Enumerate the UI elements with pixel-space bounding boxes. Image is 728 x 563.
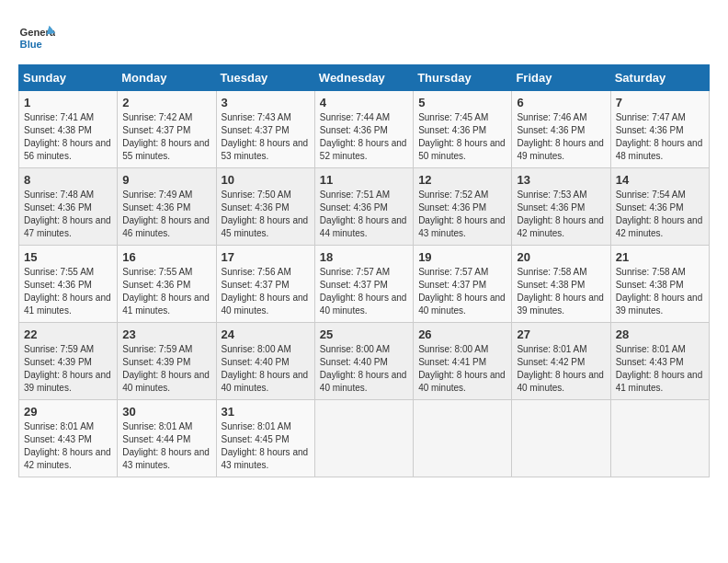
weekday-header: Friday [512,65,610,91]
sunrise-info: Sunrise: 7:59 AM [24,344,94,354]
day-number: 23 [122,327,210,341]
calendar-cell: 21 Sunrise: 7:58 AM Sunset: 4:38 PM Dayl… [610,246,709,323]
day-number: 16 [122,250,210,264]
daylight-info: Daylight: 8 hours and 40 minutes. [418,293,506,316]
sunrise-info: Sunrise: 8:00 AM [222,344,291,354]
sunrise-info: Sunrise: 7:57 AM [418,267,488,277]
daylight-info: Daylight: 8 hours and 40 minutes. [222,370,309,393]
sunrise-info: Sunrise: 7:49 AM [122,190,192,200]
sunrise-info: Sunrise: 7:43 AM [222,112,291,122]
sunrise-info: Sunrise: 8:01 AM [517,344,586,354]
day-number: 22 [24,327,112,341]
day-number: 1 [24,96,112,109]
calendar-cell: 16 Sunrise: 7:55 AM Sunset: 4:36 PM Dayl… [118,246,216,323]
calendar-cell [610,400,709,477]
sunrise-info: Sunrise: 7:59 AM [122,344,192,354]
sunset-info: Sunset: 4:36 PM [222,202,290,213]
sunrise-info: Sunrise: 7:56 AM [222,267,291,277]
sunset-info: Sunset: 4:37 PM [222,280,290,290]
sunrise-info: Sunrise: 7:41 AM [24,112,94,122]
day-number: 25 [320,327,408,341]
day-number: 8 [24,173,112,187]
sunrise-info: Sunrise: 7:53 AM [517,190,586,200]
daylight-info: Daylight: 8 hours and 39 minutes. [616,293,703,316]
sunrise-info: Sunrise: 7:42 AM [122,112,192,122]
calendar-week-row: 1 Sunrise: 7:41 AM Sunset: 4:38 PM Dayli… [19,91,710,168]
sunset-info: Sunset: 4:41 PM [418,357,486,367]
day-number: 6 [517,96,605,109]
calendar-cell: 29 Sunrise: 8:01 AM Sunset: 4:43 PM Dayl… [19,400,118,477]
day-number: 3 [222,96,310,109]
sunset-info: Sunset: 4:36 PM [616,125,684,135]
daylight-info: Daylight: 8 hours and 55 minutes. [122,138,210,161]
calendar-cell: 12 Sunrise: 7:52 AM Sunset: 4:36 PM Dayl… [414,168,512,246]
day-number: 31 [222,405,310,419]
calendar-week-row: 15 Sunrise: 7:55 AM Sunset: 4:36 PM Dayl… [19,246,710,323]
daylight-info: Daylight: 8 hours and 40 minutes. [517,370,604,393]
daylight-info: Daylight: 8 hours and 40 minutes. [122,370,210,393]
day-number: 18 [320,250,408,264]
calendar-cell: 24 Sunrise: 8:00 AM Sunset: 4:40 PM Dayl… [216,323,314,400]
sunset-info: Sunset: 4:36 PM [320,202,388,213]
day-number: 29 [24,405,112,419]
calendar-cell: 17 Sunrise: 7:56 AM Sunset: 4:37 PM Dayl… [216,246,314,323]
sunrise-info: Sunrise: 7:45 AM [418,112,488,122]
sunset-info: Sunset: 4:37 PM [222,125,290,135]
day-number: 21 [616,250,704,264]
daylight-info: Daylight: 8 hours and 40 minutes. [320,370,407,393]
calendar-cell: 9 Sunrise: 7:49 AM Sunset: 4:36 PM Dayli… [118,168,216,246]
day-number: 9 [122,173,210,187]
weekday-header: Sunday [19,65,118,91]
calendar-cell: 10 Sunrise: 7:50 AM Sunset: 4:36 PM Dayl… [216,168,314,246]
day-number: 24 [222,327,310,341]
weekday-header: Tuesday [216,65,314,91]
sunrise-info: Sunrise: 8:00 AM [320,344,390,354]
sunset-info: Sunset: 4:42 PM [517,357,585,367]
daylight-info: Daylight: 8 hours and 45 minutes. [222,215,309,238]
calendar-week-row: 29 Sunrise: 8:01 AM Sunset: 4:43 PM Dayl… [19,400,710,477]
daylight-info: Daylight: 8 hours and 46 minutes. [122,215,210,238]
weekday-header: Monday [118,65,216,91]
day-number: 28 [616,327,704,341]
sunset-info: Sunset: 4:36 PM [122,280,190,290]
calendar-cell: 22 Sunrise: 7:59 AM Sunset: 4:39 PM Dayl… [19,323,118,400]
sunset-info: Sunset: 4:36 PM [320,125,388,135]
daylight-info: Daylight: 8 hours and 52 minutes. [320,138,407,161]
day-number: 26 [418,327,506,341]
daylight-info: Daylight: 8 hours and 49 minutes. [517,138,604,161]
weekday-header: Wednesday [314,65,413,91]
calendar-cell: 8 Sunrise: 7:48 AM Sunset: 4:36 PM Dayli… [19,168,118,246]
sunset-info: Sunset: 4:39 PM [122,357,190,367]
sunset-info: Sunset: 4:38 PM [616,280,684,290]
daylight-info: Daylight: 8 hours and 53 minutes. [222,138,309,161]
sunrise-info: Sunrise: 8:01 AM [616,344,686,354]
sunset-info: Sunset: 4:36 PM [418,125,486,135]
calendar-cell: 15 Sunrise: 7:55 AM Sunset: 4:36 PM Dayl… [19,246,118,323]
daylight-info: Daylight: 8 hours and 47 minutes. [24,215,111,238]
sunset-info: Sunset: 4:36 PM [517,202,585,213]
svg-text:Blue: Blue [20,39,42,50]
page-header: General Blue [18,18,710,55]
logo: General Blue [18,18,59,55]
calendar-cell: 19 Sunrise: 7:57 AM Sunset: 4:37 PM Dayl… [414,246,512,323]
day-number: 5 [418,96,506,109]
daylight-info: Daylight: 8 hours and 43 minutes. [122,447,210,470]
sunset-info: Sunset: 4:39 PM [24,357,92,367]
daylight-info: Daylight: 8 hours and 42 minutes. [616,215,703,238]
calendar-cell: 14 Sunrise: 7:54 AM Sunset: 4:36 PM Dayl… [610,168,709,246]
day-number: 4 [320,96,408,109]
day-number: 12 [418,173,506,187]
day-number: 17 [222,250,310,264]
sunrise-info: Sunrise: 7:57 AM [320,267,390,277]
sunrise-info: Sunrise: 7:58 AM [517,267,586,277]
sunrise-info: Sunrise: 7:46 AM [517,112,586,122]
sunset-info: Sunset: 4:40 PM [222,357,290,367]
daylight-info: Daylight: 8 hours and 43 minutes. [418,215,506,238]
sunset-info: Sunset: 4:37 PM [122,125,190,135]
calendar-cell: 6 Sunrise: 7:46 AM Sunset: 4:36 PM Dayli… [512,91,610,168]
calendar-cell: 30 Sunrise: 8:01 AM Sunset: 4:44 PM Dayl… [118,400,216,477]
day-number: 19 [418,250,506,264]
sunrise-info: Sunrise: 7:52 AM [418,190,488,200]
weekday-header-row: SundayMondayTuesdayWednesdayThursdayFrid… [19,65,710,91]
calendar-cell: 2 Sunrise: 7:42 AM Sunset: 4:37 PM Dayli… [118,91,216,168]
